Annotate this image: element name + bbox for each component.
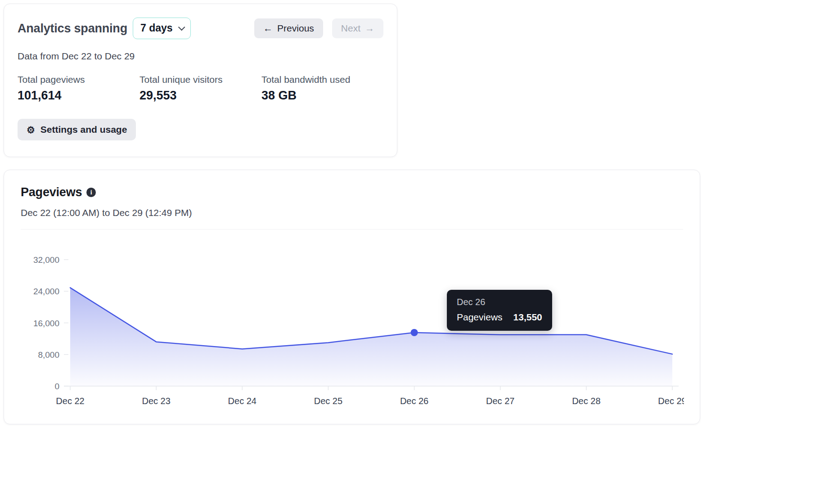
arrow-left-icon: ←: [263, 23, 273, 34]
tooltip-value: 13,550: [513, 312, 542, 323]
svg-text:16,000: 16,000: [33, 319, 59, 328]
svg-text:Dec 28: Dec 28: [572, 396, 600, 406]
chart-date-range: Dec 22 (12:00 AM) to Dec 29 (12:49 PM): [21, 207, 683, 218]
svg-text:Dec 23: Dec 23: [142, 396, 170, 406]
svg-text:8,000: 8,000: [38, 350, 59, 360]
analytics-card: Analytics spanning 7 days ← Previous Nex…: [4, 4, 397, 157]
chevron-down-icon: [178, 24, 185, 31]
divider: [21, 229, 683, 230]
svg-text:Dec 25: Dec 25: [314, 396, 342, 406]
svg-text:Dec 24: Dec 24: [228, 396, 256, 406]
stat-value: 29,553: [140, 89, 261, 103]
svg-text:Dec 29: Dec 29: [658, 396, 684, 406]
svg-text:24,000: 24,000: [33, 287, 59, 296]
stat-label: Total bandwidth used: [261, 74, 383, 85]
chart-tooltip: Dec 26 Pageviews 13,550: [447, 290, 552, 331]
stat-total-bandwidth: Total bandwidth used 38 GB: [261, 74, 383, 103]
range-selector-value: 7 days: [140, 22, 173, 34]
next-button[interactable]: Next →: [332, 18, 383, 38]
pageviews-title: Pageviews: [21, 185, 82, 199]
svg-text:0: 0: [54, 382, 59, 391]
svg-text:Dec 27: Dec 27: [486, 396, 514, 406]
tooltip-label: Pageviews: [457, 312, 503, 323]
pageviews-card: Pageviews i Dec 22 (12:00 AM) to Dec 29 …: [4, 170, 700, 424]
settings-button-label: Settings and usage: [40, 124, 127, 135]
date-range-subtitle: Data from Dec 22 to Dec 29: [18, 51, 383, 62]
chart-area: 08,00016,00024,00032,000Dec 22Dec 23Dec …: [21, 239, 683, 410]
stat-label: Total unique visitors: [140, 74, 261, 85]
stat-value: 38 GB: [261, 89, 383, 103]
pagination-buttons: ← Previous Next →: [254, 18, 383, 38]
settings-and-usage-button[interactable]: ⚙ Settings and usage: [18, 119, 136, 140]
stat-label: Total pageviews: [18, 74, 140, 85]
stat-total-pageviews: Total pageviews 101,614: [18, 74, 140, 103]
stat-value: 101,614: [18, 89, 140, 103]
gear-icon: ⚙: [27, 125, 35, 135]
tooltip-row: Pageviews 13,550: [457, 312, 542, 323]
pageviews-title-row: Pageviews i: [21, 185, 683, 199]
stats-row: Total pageviews 101,614 Total unique vis…: [18, 74, 383, 103]
previous-button-label: Previous: [277, 23, 314, 34]
arrow-right-icon: →: [365, 23, 374, 34]
previous-button[interactable]: ← Previous: [254, 18, 323, 38]
analytics-header: Analytics spanning 7 days ← Previous Nex…: [18, 18, 383, 39]
info-icon[interactable]: i: [86, 188, 96, 197]
range-selector[interactable]: 7 days: [133, 18, 191, 39]
pageviews-chart[interactable]: 08,00016,00024,00032,000Dec 22Dec 23Dec …: [21, 239, 684, 410]
svg-text:Dec 22: Dec 22: [56, 396, 84, 406]
stat-total-unique-visitors: Total unique visitors 29,553: [140, 74, 261, 103]
next-button-label: Next: [341, 23, 360, 34]
analytics-title: Analytics spanning: [18, 22, 127, 36]
tooltip-date: Dec 26: [457, 297, 542, 307]
svg-text:Dec 26: Dec 26: [400, 396, 428, 406]
svg-text:32,000: 32,000: [33, 255, 59, 265]
